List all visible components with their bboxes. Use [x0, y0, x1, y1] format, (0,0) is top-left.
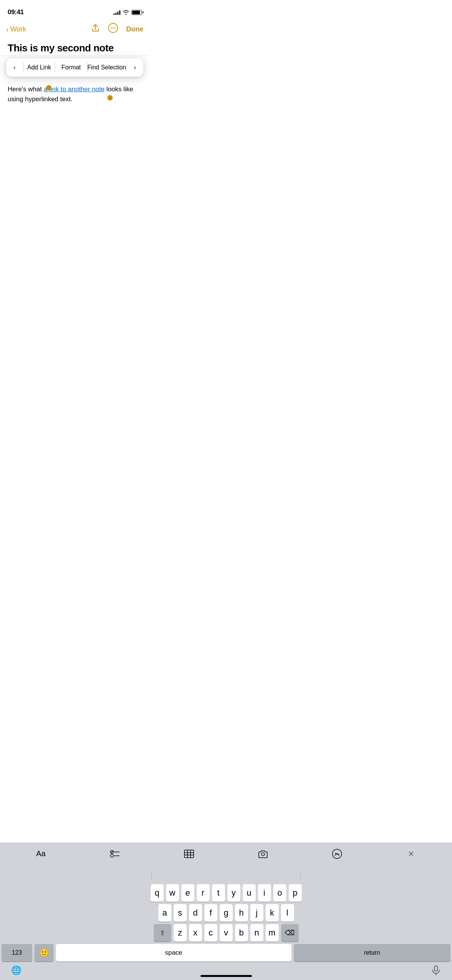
- nav-actions: Done: [91, 23, 143, 36]
- context-menu-find-selection[interactable]: Find Selection: [87, 58, 126, 77]
- back-button[interactable]: ‹ Work: [6, 25, 26, 33]
- share-button[interactable]: [91, 23, 100, 35]
- back-chevron-icon: ‹: [6, 25, 9, 33]
- svg-point-1: [111, 28, 112, 29]
- selection-handle-left: [46, 85, 51, 90]
- nav-bar: ‹ Work Done: [0, 19, 150, 39]
- back-label: Work: [10, 25, 26, 33]
- note-text-before: Here's what: [8, 86, 44, 93]
- done-button[interactable]: Done: [126, 25, 143, 33]
- more-button[interactable]: [108, 23, 118, 36]
- context-menu-format[interactable]: Format: [55, 58, 87, 77]
- svg-point-3: [115, 28, 116, 29]
- svg-point-2: [113, 28, 114, 29]
- note-title-area: This is my second note: [0, 39, 150, 56]
- signal-icon: [113, 10, 120, 15]
- context-menu-add-link[interactable]: Add Link: [23, 58, 55, 77]
- battery-icon: [131, 10, 142, 15]
- note-text[interactable]: Here's what a link to another note looks…: [8, 84, 142, 104]
- wifi-icon: [123, 10, 129, 15]
- context-menu: ‹ Add Link Format Find Selection ›: [6, 58, 143, 77]
- note-text-selected: a link to another note: [44, 86, 105, 93]
- status-icons: [113, 10, 142, 15]
- status-bar: 09:41: [0, 0, 150, 19]
- context-menu-wrapper: ‹ Add Link Format Find Selection ›: [0, 58, 150, 77]
- context-menu-prev[interactable]: ‹: [6, 58, 23, 77]
- context-menu-next[interactable]: ›: [127, 58, 143, 77]
- selection-handle-right: [107, 95, 113, 100]
- status-time: 09:41: [8, 8, 24, 16]
- note-title: This is my second note: [8, 42, 114, 54]
- note-content[interactable]: Here's what a link to another note looks…: [0, 77, 150, 108]
